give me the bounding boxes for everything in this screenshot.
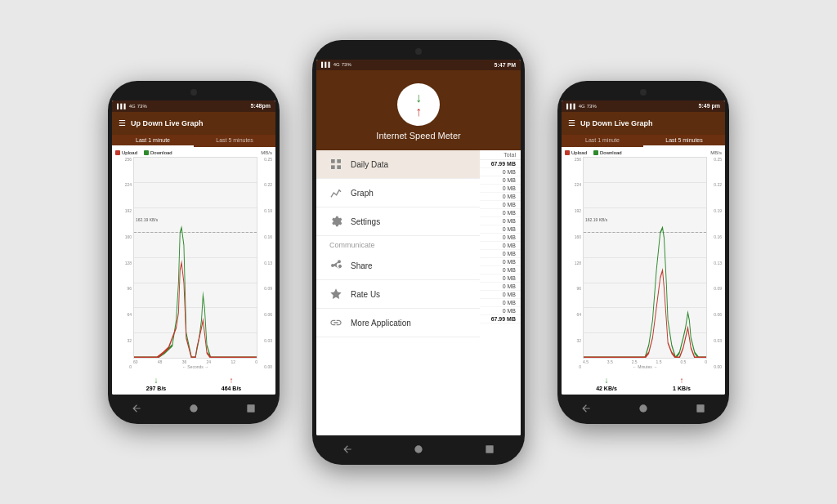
download-legend-r: Download	[593, 150, 622, 155]
data-row-3: 0 MB	[480, 185, 521, 193]
data-row-14: 0 MB	[480, 274, 521, 283]
daily-label: Daily Data	[351, 160, 388, 169]
svg-rect-5	[337, 166, 341, 170]
app-arrow-up-icon: ↑	[415, 105, 422, 118]
wifi-icon: 4G	[129, 104, 136, 109]
left-signal-icons: ▌▌▌ 4G 73%	[117, 104, 147, 109]
menu-item-rate[interactable]: Rate Us	[316, 280, 480, 309]
left-speed-row: ↓ 297 B/s ↑ 464 B/s	[112, 372, 275, 395]
menu-item-settings[interactable]: Settings	[316, 207, 480, 236]
graph-unit-r: MB/s	[710, 150, 722, 155]
recents-icon-r[interactable]	[693, 401, 708, 416]
camera-dot-right	[640, 89, 647, 96]
right-graph-legend: Upload Download MB/s	[565, 150, 722, 155]
right-tab-1min[interactable]: Last 1 minute	[562, 135, 643, 147]
middle-time: 5:47 PM	[495, 62, 516, 68]
svg-rect-7	[486, 445, 493, 453]
left-bottom-nav	[108, 395, 280, 424]
more-apps-label: More Application	[351, 319, 411, 328]
upload-label: Upload	[122, 150, 137, 155]
y-128: 128	[115, 261, 132, 265]
right-status-bar: ▌▌▌ 4G 73% 5:49 pm	[562, 100, 725, 112]
y-160: 160	[115, 234, 132, 239]
app-icon-inner: ↓ ↑	[415, 91, 422, 118]
back-icon[interactable]	[129, 401, 144, 416]
y-96: 96	[115, 286, 132, 291]
svg-rect-9	[696, 404, 704, 412]
data-row-13: 0 MB	[480, 266, 521, 274]
home-icon[interactable]	[186, 401, 201, 416]
back-icon-m[interactable]	[340, 442, 355, 457]
x-sub-label: ← Seconds →	[133, 364, 257, 369]
data-row-15: 0 MB	[480, 283, 521, 291]
menu-item-more[interactable]: More Application	[316, 309, 480, 337]
upload-dot	[115, 150, 120, 155]
right-app-bar: ☰ Up Down Live Graph	[562, 112, 725, 135]
left-download-speed: ↓ 297 B/s	[146, 376, 167, 391]
data-row-4: 0 MB	[480, 193, 521, 201]
left-tab-1min[interactable]: Last 1 minute	[112, 135, 194, 147]
y-0: 0	[115, 364, 132, 369]
menu-item-share[interactable]: Share	[316, 252, 480, 280]
download-arrow-icon: ↓	[154, 376, 159, 385]
left-graph-svg-area: 162.19 KB/s	[133, 157, 257, 359]
y-224: 224	[115, 182, 132, 187]
svg-rect-2	[331, 159, 335, 163]
back-icon-r[interactable]	[579, 401, 593, 416]
data-row-18: 0 MB	[480, 307, 521, 315]
y-32: 32	[115, 338, 132, 343]
share-label: Share	[351, 261, 373, 270]
menu-item-graph[interactable]: Graph	[316, 179, 480, 207]
upload-arrow-icon: ↑	[230, 376, 234, 385]
daily-data-panel: Total 67.99 MB 0 MB 0 MB 0 MB 0 MB 0 MB …	[480, 150, 521, 435]
download-label: Download	[150, 150, 172, 155]
middle-bottom-nav	[312, 435, 525, 465]
upload-label-r: Upload	[571, 150, 587, 155]
home-icon-r[interactable]	[636, 401, 651, 416]
y-192: 192	[115, 208, 132, 213]
right-tab-bar: Last 1 minute Last 5 minutes	[562, 135, 725, 147]
middle-content: Daily Data Graph Settings Communicate	[316, 150, 521, 435]
hamburger-icon-r[interactable]: ☰	[568, 118, 575, 127]
menu-screen: ↓ ↑ Internet Speed Meter Daily Data	[316, 70, 521, 435]
communicate-label: Communicate	[316, 236, 480, 252]
menu-item-daily[interactable]: Daily Data	[316, 150, 480, 179]
left-graph-legend: Upload Download MB/s	[115, 150, 272, 155]
upload-speed-value: 464 B/s	[222, 386, 242, 391]
right-y-axis: 256 224 192 160 128 96 64 32 0	[565, 157, 583, 369]
recents-icon-m[interactable]	[482, 442, 497, 457]
left-chart-svg	[134, 158, 257, 358]
right-tab-5min[interactable]: Last 5 minutes	[643, 135, 725, 147]
home-icon-m[interactable]	[411, 442, 426, 457]
download-speed-value-r: 42 KB/s	[596, 386, 617, 391]
rate-icon	[329, 288, 342, 301]
upload-dot-r	[565, 150, 570, 155]
battery-icon-r: 73%	[587, 104, 597, 109]
data-row-16: 0 MB	[480, 291, 521, 299]
upload-legend: Upload	[115, 150, 137, 155]
hamburger-icon[interactable]: ☰	[119, 118, 126, 127]
left-tab-5min[interactable]: Last 5 minutes	[194, 135, 275, 147]
svg-rect-3	[337, 159, 341, 163]
left-y-axis: 256 224 192 160 128 96 64 32 0	[115, 157, 133, 369]
left-app-bar: ☰ Up Down Live Graph	[112, 112, 275, 135]
left-y-axis-right: 0.25 0.22 0.19 0.16 0.13 0.09 0.06 0.03 …	[257, 157, 272, 369]
data-row-11: 0 MB	[480, 250, 521, 258]
download-dot	[144, 150, 149, 155]
left-phone-top	[108, 81, 280, 100]
right-phone: ▌▌▌ 4G 73% 5:49 pm ☰ Up Down Live Graph …	[557, 81, 729, 424]
graph-icon	[329, 186, 342, 199]
recents-icon[interactable]	[244, 401, 258, 416]
share-icon	[329, 259, 342, 272]
camera-dot	[190, 89, 197, 96]
settings-label: Settings	[351, 217, 380, 226]
right-signal: ▌▌▌ 4G 73%	[566, 104, 597, 109]
battery-icon-m: 73%	[342, 62, 351, 67]
left-graph-wrap: 256 224 192 160 128 96 64 32 0	[115, 157, 272, 369]
svg-point-6	[414, 445, 422, 453]
left-phone: ▌▌▌ 4G 73% 5:48pm ☰ Up Down Live Graph L…	[108, 81, 280, 424]
upload-speed-value-r: 1 KB/s	[673, 386, 691, 391]
left-phone-screen: ▌▌▌ 4G 73% 5:48pm ☰ Up Down Live Graph L…	[112, 100, 275, 395]
right-graph-wrap: 256 224 192 160 128 96 64 32 0	[565, 157, 722, 369]
data-row-7: 0 MB	[480, 217, 521, 225]
